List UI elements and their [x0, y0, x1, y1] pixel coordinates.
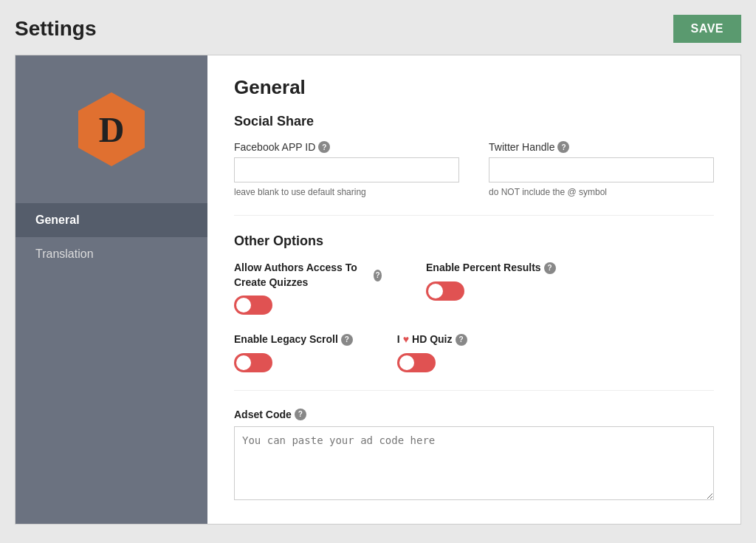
heart-icon: ♥: [403, 332, 409, 347]
option-enable-percent-label: Enable Percent Results ?: [426, 261, 556, 276]
hd-quiz-toggle[interactable]: [397, 353, 436, 372]
social-share-title: Social Share: [234, 114, 714, 129]
twitter-handle-input[interactable]: [489, 157, 714, 182]
options-row-2: Enable Legacy Scroll ? I ♥ HD Quiz ?: [234, 332, 714, 372]
content-panel: General Social Share Facebook APP ID ? l…: [207, 55, 740, 524]
facebook-field-group: Facebook APP ID ? leave blank to use def…: [234, 141, 459, 197]
adset-textarea[interactable]: [234, 426, 714, 500]
page-title: Settings: [15, 17, 96, 41]
option-enable-legacy: Enable Legacy Scroll ?: [234, 332, 353, 372]
sidebar-nav: General Translation: [16, 203, 207, 271]
save-button[interactable]: SAVE: [673, 15, 741, 43]
enable-percent-toggle[interactable]: [426, 281, 464, 301]
enable-percent-help-icon[interactable]: ?: [544, 262, 556, 274]
sidebar: D General Translation: [16, 55, 207, 524]
option-hd-quiz-label: I ♥ HD Quiz ?: [397, 332, 467, 347]
social-share-fields: Facebook APP ID ? leave blank to use def…: [234, 141, 714, 197]
enable-legacy-toggle[interactable]: [234, 353, 272, 372]
option-hd-quiz: I ♥ HD Quiz ?: [397, 332, 467, 372]
twitter-label: Twitter Handle ?: [489, 141, 714, 153]
facebook-hint: leave blank to use default sharing: [234, 187, 459, 197]
allow-authors-toggle[interactable]: [234, 296, 272, 315]
option-enable-percent: Enable Percent Results ?: [426, 261, 556, 315]
adset-label: Adset Code ?: [234, 409, 714, 420]
twitter-field-group: Twitter Handle ? do NOT include the @ sy…: [489, 141, 714, 197]
adset-section: Adset Code ?: [234, 409, 714, 503]
options-row-1: Allow Authors Access To Create Quizzes ?…: [234, 261, 714, 315]
option-allow-authors: Allow Authors Access To Create Quizzes ?: [234, 261, 382, 315]
adset-help-icon[interactable]: ?: [295, 409, 306, 420]
other-options-title: Other Options: [234, 233, 714, 249]
option-allow-authors-label: Allow Authors Access To Create Quizzes ?: [234, 261, 382, 290]
facebook-label: Facebook APP ID ?: [234, 141, 459, 153]
logo-area: D: [16, 55, 207, 203]
twitter-help-icon[interactable]: ?: [557, 141, 569, 153]
enable-legacy-help-icon[interactable]: ?: [341, 334, 353, 346]
section-title: General: [234, 76, 714, 99]
allow-authors-help-icon[interactable]: ?: [374, 270, 382, 281]
twitter-hint: do NOT include the @ symbol: [489, 187, 714, 197]
social-share-section: Social Share Facebook APP ID ? leave bla…: [234, 114, 714, 197]
other-options-section: Other Options Allow Authors Access To Cr…: [234, 233, 714, 372]
svg-text:D: D: [99, 110, 125, 149]
sidebar-item-translation[interactable]: Translation: [16, 237, 207, 271]
sidebar-item-general[interactable]: General: [16, 203, 207, 237]
option-enable-legacy-label: Enable Legacy Scroll ?: [234, 332, 353, 347]
facebook-app-id-input[interactable]: [234, 157, 459, 182]
logo-hexagon: D: [71, 89, 152, 170]
facebook-help-icon[interactable]: ?: [318, 141, 330, 153]
hd-quiz-help-icon[interactable]: ?: [456, 334, 467, 346]
